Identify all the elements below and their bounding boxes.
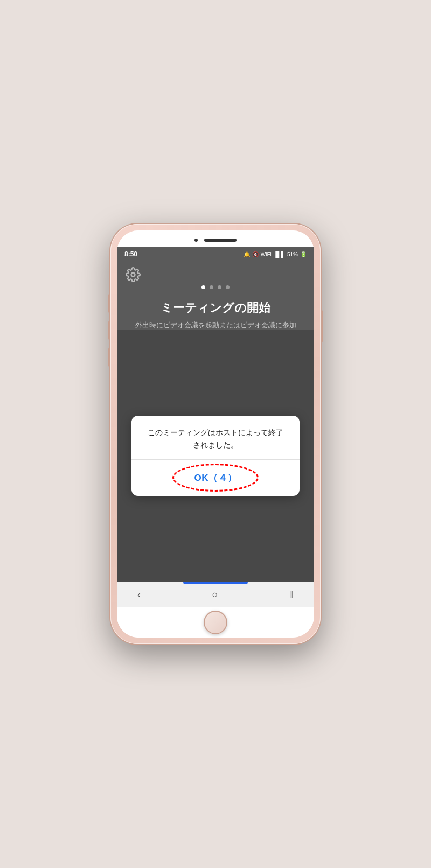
status-icons: 🔔 🔇 WiFi ▐▌▌ 51% 🔋: [244, 251, 307, 257]
dialog-overlay: このミーティングはホストによって終了 されました。 OK（４）: [117, 330, 314, 582]
nav-indicator: [183, 582, 248, 584]
mute-icon: 🔇: [252, 251, 259, 257]
dialog-box: このミーティングはホストによって終了 されました。 OK（４）: [131, 416, 299, 496]
wifi-icon: WiFi: [261, 251, 272, 257]
signal-icon: ▐▌▌: [274, 251, 285, 257]
illustration-area: + + このミーティングはホストによって終了 されました。: [117, 330, 314, 582]
page-dot-1: [201, 285, 205, 289]
dialog-message-text: このミーティングはホストによって終了 されました。: [148, 428, 283, 449]
back-button[interactable]: ‹: [133, 587, 145, 603]
dialog-message: このミーティングはホストによって終了 されました。: [131, 416, 299, 460]
page-indicators: [117, 285, 314, 289]
page-dot-3: [218, 285, 221, 289]
phone-top-bar: [117, 230, 314, 247]
status-time: 8:50: [124, 250, 137, 258]
recents-button[interactable]: ⦀: [285, 587, 298, 603]
speaker: [204, 239, 237, 242]
settings-icon[interactable]: [126, 267, 141, 282]
home-button[interactable]: [204, 611, 227, 634]
phone-bottom-bar: [117, 607, 314, 638]
main-heading: ミーティングの開始: [117, 289, 314, 320]
battery-icon: 🔋: [300, 251, 307, 257]
app-header: [117, 262, 314, 288]
ok-button[interactable]: OK（４）: [182, 467, 250, 488]
screen: 8:50 🔔 🔇 WiFi ▐▌▌ 51% 🔋: [117, 247, 314, 607]
notification-icon: 🔔: [244, 251, 250, 257]
dialog-button-area: OK（４）: [131, 460, 299, 496]
status-bar: 8:50 🔔 🔇 WiFi ▐▌▌ 51% 🔋: [117, 247, 314, 262]
front-camera: [194, 239, 198, 242]
phone-inner: 8:50 🔔 🔇 WiFi ▐▌▌ 51% 🔋: [117, 230, 314, 638]
page-dot-4: [226, 285, 230, 289]
bottom-nav: ‹ ○ ⦀: [117, 582, 314, 607]
phone-frame: 8:50 🔔 🔇 WiFi ▐▌▌ 51% 🔋: [110, 224, 321, 644]
home-button-nav[interactable]: ○: [208, 587, 223, 603]
battery-indicator: 51%: [287, 251, 298, 257]
svg-point-0: [131, 273, 135, 277]
app-content: ミーティングの開始 外出時にビデオ会議を起動またはビデオ会議に参加 + +: [117, 262, 314, 607]
main-subtitle: 外出時にビデオ会議を起動またはビデオ会議に参加: [117, 320, 314, 330]
page-dot-2: [210, 285, 213, 289]
